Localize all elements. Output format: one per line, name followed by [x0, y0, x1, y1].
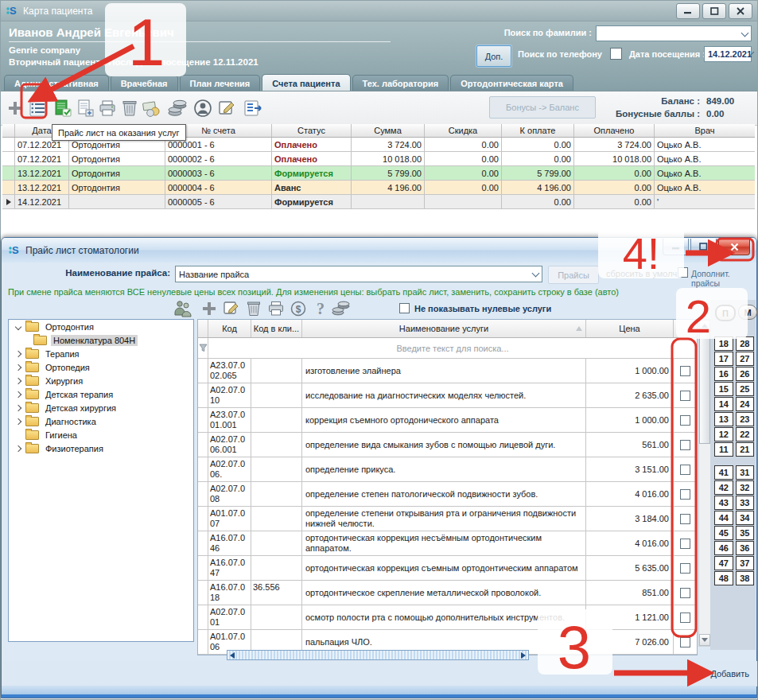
edit-icon[interactable]	[221, 298, 242, 319]
tooth-cell[interactable]: 45	[714, 526, 733, 540]
tooth-cell[interactable]: 22	[736, 427, 755, 441]
service-row[interactable]: A23.07.002.065 изготовление элайнера 1 0…	[198, 359, 697, 383]
tree-expand-icon[interactable]	[14, 325, 23, 329]
coins-icon[interactable]	[166, 97, 189, 119]
search-lastname-input[interactable]	[596, 25, 752, 41]
price-list-icon[interactable]	[27, 97, 49, 119]
service-checkbox[interactable]	[680, 440, 690, 450]
service-row[interactable]: A02.07.001 осмотр полости рта с помощью …	[198, 605, 697, 630]
scroll-up-button[interactable]	[699, 320, 710, 332]
milk-teeth-button[interactable]: М	[738, 305, 757, 320]
tooth-cell[interactable]: 21	[736, 442, 755, 457]
col-topay[interactable]: К оплате	[502, 124, 574, 137]
tooth-cell[interactable]: 15	[714, 382, 733, 396]
service-row[interactable]: A02.07.006.001 определение вида смыкания…	[198, 433, 697, 457]
tree-item-orthodontics[interactable]: Ортодонтия	[9, 320, 193, 333]
tree-expand-icon[interactable]	[14, 392, 23, 397]
recalc-price-icon[interactable]: $	[288, 298, 309, 319]
service-checkbox[interactable]	[680, 637, 690, 648]
col-paid[interactable]: Оплачено	[574, 124, 655, 137]
patient-account-icon[interactable]	[192, 97, 214, 119]
tooth-cell[interactable]: 48	[714, 571, 733, 585]
col-price[interactable]: Цена	[586, 320, 674, 337]
tab-orthodontic-card[interactable]: Ортодонтическая карта	[450, 75, 573, 91]
tooth-cell[interactable]: 33	[736, 496, 755, 510]
service-row[interactable]: A02.07.010 исследование на диагностическ…	[198, 383, 697, 408]
delete-icon[interactable]	[119, 97, 141, 119]
tooth-cell[interactable]: 25	[736, 382, 755, 396]
col-sum[interactable]: Сумма	[352, 124, 425, 137]
tooth-cell[interactable]: 34	[736, 511, 755, 525]
service-row[interactable]: A23.07.001.001 коррекция съемного ортодо…	[198, 408, 697, 433]
hide-zero-services-checkbox[interactable]	[399, 303, 410, 313]
col-discount[interactable]: Скидка	[425, 124, 502, 137]
more-options-button[interactable]: Доп.	[476, 45, 511, 67]
tooth-cell[interactable]: 28	[736, 336, 755, 351]
tooth-cell[interactable]: 24	[736, 397, 755, 411]
tooth-cell[interactable]: 27	[736, 352, 755, 366]
maximize-button[interactable]	[702, 3, 726, 19]
tooth-cell[interactable]: 12	[714, 427, 733, 441]
tree-expand-icon[interactable]	[14, 419, 23, 424]
tooth-cell[interactable]: 17	[714, 352, 733, 366]
tab-patient-invoices[interactable]: Счета пациента	[262, 74, 350, 91]
tab-tech-lab[interactable]: Тех. лаборатория	[352, 75, 449, 91]
scroll-left-icon[interactable]	[230, 652, 235, 659]
tree-expand-icon[interactable]	[14, 365, 23, 370]
close-button[interactable]	[729, 3, 752, 19]
move-list-icon[interactable]	[243, 97, 265, 119]
search-placeholder[interactable]: Введите текст для поиска...	[208, 338, 697, 358]
tree-item-orthopedics[interactable]: Ортопедия	[9, 360, 193, 374]
visit-date-select[interactable]: 14.12.2021	[704, 46, 752, 62]
tooth-cell[interactable]: 46	[714, 541, 733, 555]
filter-row[interactable]: Введите текст для поиска...	[198, 338, 697, 359]
dialog-close-button[interactable]	[718, 239, 750, 255]
tooth-cell[interactable]: 23	[736, 412, 755, 426]
tree-item-child-surgery[interactable]: Детская хирургия	[9, 401, 193, 414]
service-row[interactable]: A16.07.018 36.556 ортодонтическое скрепл…	[198, 581, 697, 605]
tooth-cell[interactable]: 31	[736, 465, 755, 480]
reset-default-button[interactable]: сбросить в умолч.	[606, 269, 679, 278]
scrollbar-thumb[interactable]	[699, 332, 710, 444]
tree-item-therapy[interactable]: Терапия	[9, 347, 193, 360]
service-checkbox[interactable]	[680, 391, 690, 401]
tooth-cell[interactable]: 18	[714, 336, 733, 351]
add-service-icon[interactable]	[199, 298, 220, 319]
delete-icon[interactable]	[243, 298, 264, 319]
col-code[interactable]: Код	[208, 320, 251, 337]
tooth-cell[interactable]: 35	[736, 526, 755, 540]
tree-expand-icon[interactable]	[14, 352, 23, 356]
service-row[interactable]: A02.07.006. определение прикуса. 3 151.0…	[198, 457, 697, 482]
tree-item-nomenclature[interactable]: Номенклатура 804Н	[9, 333, 193, 347]
print-icon[interactable]	[96, 97, 119, 119]
payment-icon[interactable]	[141, 97, 163, 119]
tooth-cell[interactable]: 42	[714, 480, 733, 495]
tooth-cell[interactable]: 44	[714, 511, 733, 525]
service-row[interactable]: A16.07.047 ортодонтическая коррекция съе…	[198, 556, 697, 581]
tree-item-child-therapy[interactable]: Детская терапия	[9, 387, 193, 401]
invoice-row[interactable]: 07.12.2021 Ортодонтия 0000002 - 6 Оплаче…	[2, 152, 755, 166]
help-icon[interactable]: ?	[310, 298, 331, 319]
add-button[interactable]: Добавить	[710, 669, 749, 679]
invoice-approve-icon[interactable]	[52, 97, 74, 119]
service-row[interactable]: A02.07.008 определение степен патологиче…	[198, 482, 697, 507]
tooth-cell[interactable]: 16	[714, 367, 733, 381]
tree-item-physiotherapy[interactable]: Физиотерапия	[9, 441, 193, 455]
service-checkbox[interactable]	[680, 366, 690, 376]
prices-button[interactable]: Прайсы	[548, 266, 599, 284]
tooth-cell[interactable]: 38	[736, 571, 755, 585]
additional-prices-checkbox[interactable]	[678, 267, 688, 278]
tab-medical[interactable]: Врачебная	[111, 75, 178, 91]
price-name-select[interactable]: Название прайса	[175, 266, 542, 282]
tooth-cell[interactable]: 13	[714, 412, 733, 426]
tooth-cell[interactable]: 14	[714, 397, 733, 411]
dialog-minimize-button[interactable]	[663, 239, 689, 255]
tooth-cell[interactable]: 41	[714, 465, 733, 480]
vertical-scrollbar[interactable]	[698, 319, 711, 647]
tree-item-surgery[interactable]: Хирургия	[9, 374, 193, 387]
permanent-teeth-button[interactable]: П	[715, 305, 736, 321]
service-checkbox[interactable]	[680, 489, 690, 500]
dialog-maximize-button[interactable]	[690, 239, 717, 255]
service-checkbox[interactable]	[680, 514, 690, 524]
tab-treatment-plan[interactable]: План лечения	[180, 75, 261, 91]
